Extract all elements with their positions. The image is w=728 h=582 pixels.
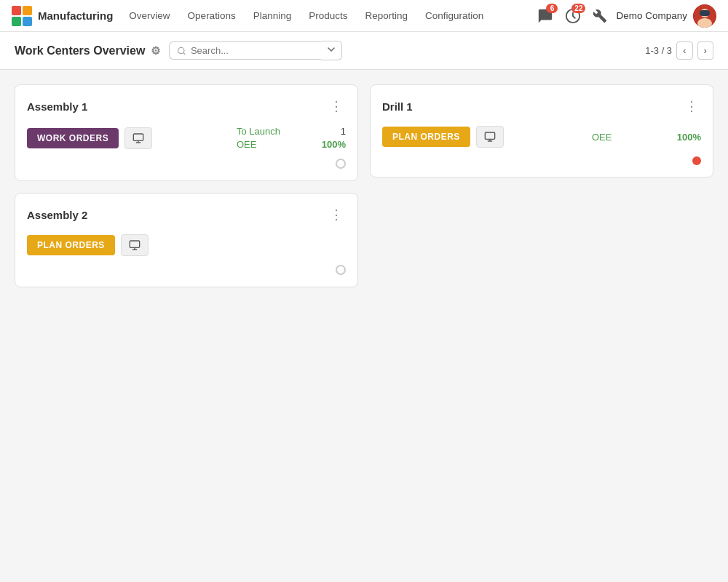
wrench-icon bbox=[593, 9, 607, 23]
page-header: Work Centers Overview ⚙ 1-3 / 3 ‹ › bbox=[0, 32, 728, 70]
brand[interactable]: Manufacturing bbox=[12, 6, 113, 26]
brand-label: Manufacturing bbox=[38, 9, 113, 22]
stat-oee-drill-1-value: 100% bbox=[677, 132, 701, 143]
card-drill-1: Drill 1 ⋮ PLAN ORDERS OEE 100% bbox=[370, 84, 713, 178]
work-orders-button[interactable]: WORK ORDERS bbox=[27, 128, 119, 148]
card-drill-1-header: Drill 1 ⋮ bbox=[382, 97, 701, 116]
activity-badge: 22 bbox=[571, 4, 585, 13]
user-avatar[interactable] bbox=[693, 4, 716, 28]
stat-to-launch-value: 1 bbox=[341, 126, 346, 137]
stat-oee-drill-1: OEE 100% bbox=[592, 132, 701, 143]
search-dropdown-button[interactable] bbox=[321, 41, 342, 60]
brand-icon bbox=[12, 6, 32, 26]
svg-rect-14 bbox=[130, 241, 139, 247]
pagination-prev-button[interactable]: ‹ bbox=[676, 41, 692, 60]
stat-to-launch-label: To Launch bbox=[237, 126, 280, 137]
nav-operations[interactable]: Operations bbox=[181, 7, 243, 24]
navbar-right: 6 22 Demo Company bbox=[534, 4, 716, 28]
search-wrapper bbox=[169, 41, 342, 60]
card-drill-1-menu[interactable]: ⋮ bbox=[682, 97, 701, 116]
card-drill-1-footer bbox=[382, 156, 701, 165]
svg-point-10 bbox=[706, 12, 708, 15]
card-drill-1-stats: OEE 100% bbox=[592, 132, 701, 143]
stat-to-launch: To Launch 1 bbox=[237, 126, 346, 137]
card-drill-1-body: PLAN ORDERS OEE 100% bbox=[382, 126, 701, 148]
card-drill-1-title: Drill 1 bbox=[382, 100, 413, 113]
plan-orders-button-assembly-2[interactable]: PLAN ORDERS bbox=[27, 235, 115, 255]
card-assembly-1-body: WORK ORDERS To Launch 1 OEE 100% bbox=[27, 126, 346, 150]
wrench-button[interactable] bbox=[590, 6, 610, 26]
monitor-icon-drill-1 bbox=[484, 131, 496, 143]
nav-planning[interactable]: Planning bbox=[246, 7, 299, 24]
search-bar bbox=[169, 41, 321, 60]
chat-button[interactable]: 6 bbox=[534, 5, 556, 27]
nav-overview[interactable]: Overview bbox=[122, 7, 177, 24]
card-assembly-1-menu[interactable]: ⋮ bbox=[327, 97, 346, 116]
status-dot-assembly-1 bbox=[336, 159, 346, 169]
card-assembly-2: Assembly 2 ⋮ PLAN ORDERS bbox=[15, 193, 358, 287]
search-icon bbox=[177, 46, 186, 56]
company-name[interactable]: Demo Company bbox=[616, 10, 687, 21]
nav-products[interactable]: Products bbox=[301, 7, 355, 24]
svg-rect-3 bbox=[23, 17, 32, 26]
navbar: Manufacturing Overview Operations Planni… bbox=[0, 0, 728, 32]
svg-rect-12 bbox=[134, 134, 143, 140]
card-assembly-1-header: Assembly 1 ⋮ bbox=[27, 97, 346, 116]
monitor-icon-assembly-2 bbox=[129, 239, 141, 251]
chevron-down-icon bbox=[327, 45, 336, 54]
svg-rect-2 bbox=[12, 17, 21, 26]
monitor-button-drill-1[interactable] bbox=[476, 126, 504, 148]
card-assembly-1-title: Assembly 1 bbox=[27, 100, 87, 113]
nav-reporting[interactable]: Reporting bbox=[357, 7, 415, 24]
pagination-next-button[interactable]: › bbox=[697, 41, 713, 60]
stat-oee-assembly-1: OEE 100% bbox=[237, 139, 346, 150]
status-dot-drill-1 bbox=[692, 156, 701, 165]
monitor-button-assembly-2[interactable] bbox=[121, 234, 149, 256]
stat-oee-value: 100% bbox=[322, 139, 346, 150]
svg-point-9 bbox=[702, 12, 704, 15]
plan-orders-button-drill-1[interactable]: PLAN ORDERS bbox=[382, 127, 470, 147]
page-settings-icon[interactable]: ⚙ bbox=[151, 44, 160, 57]
page-title-container: Work Centers Overview ⚙ bbox=[15, 44, 160, 57]
card-assembly-1-footer bbox=[27, 159, 346, 169]
status-dot-assembly-2 bbox=[336, 265, 346, 275]
chat-badge: 6 bbox=[546, 4, 558, 13]
stat-oee-label: OEE bbox=[237, 139, 256, 150]
monitor-icon bbox=[132, 132, 144, 144]
svg-rect-8 bbox=[700, 10, 710, 16]
card-assembly-2-header: Assembly 2 ⋮ bbox=[27, 205, 346, 224]
card-assembly-2-body: PLAN ORDERS bbox=[27, 234, 346, 256]
svg-rect-0 bbox=[12, 6, 21, 15]
card-assembly-2-title: Assembly 2 bbox=[27, 209, 87, 221]
pagination: 1-3 / 3 ‹ › bbox=[645, 41, 713, 60]
monitor-button-assembly-1[interactable] bbox=[124, 127, 152, 149]
pagination-info: 1-3 / 3 bbox=[645, 45, 672, 56]
avatar-image bbox=[693, 4, 716, 28]
card-assembly-2-footer bbox=[27, 265, 346, 275]
card-assembly-1: Assembly 1 ⋮ WORK ORDERS To Launch 1 OEE… bbox=[15, 84, 358, 181]
nav-configuration[interactable]: Configuration bbox=[418, 7, 491, 24]
svg-rect-13 bbox=[485, 132, 494, 139]
main-content: Assembly 1 ⋮ WORK ORDERS To Launch 1 OEE… bbox=[0, 70, 728, 302]
card-assembly-2-menu[interactable]: ⋮ bbox=[327, 205, 346, 224]
activity-button[interactable]: 22 bbox=[562, 5, 584, 27]
search-input[interactable] bbox=[191, 45, 314, 56]
card-assembly-1-stats: To Launch 1 OEE 100% bbox=[237, 126, 346, 150]
page-title: Work Centers Overview bbox=[15, 44, 145, 57]
svg-rect-1 bbox=[23, 6, 32, 15]
stat-oee-drill-1-label: OEE bbox=[592, 132, 612, 143]
